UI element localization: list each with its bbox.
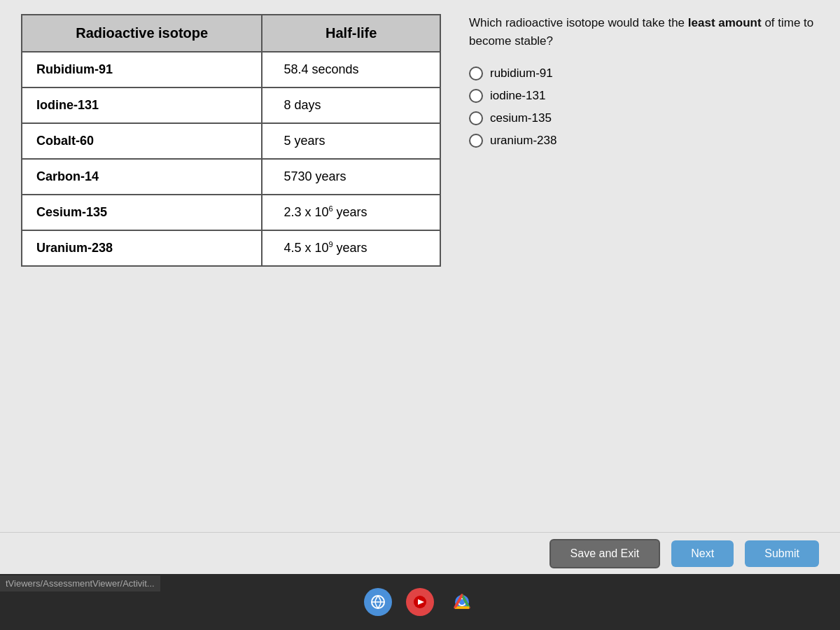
radio-options: rubidium-91 iodine-131 cesium-135 uraniu… xyxy=(469,66,819,148)
half-life-value: 4.5 x 109 years xyxy=(262,230,440,266)
table-row: Iodine-131 8 days xyxy=(22,88,440,123)
half-life-value: 58.4 seconds xyxy=(262,52,440,88)
question-text: Which radioactive isotope would take the… xyxy=(469,14,819,50)
taskbar-icon-chrome[interactable] xyxy=(448,588,476,616)
table-section: Radioactive isotope Half-life Rubidium-9… xyxy=(21,14,455,560)
option-label-rubidium: rubidium-91 xyxy=(490,66,553,80)
radio-circle-iodine xyxy=(469,89,483,103)
bottom-bar: Save and Exit Next Submit xyxy=(0,532,840,574)
radio-option-cesium[interactable]: cesium-135 xyxy=(469,111,819,125)
option-label-iodine: iodine-131 xyxy=(490,89,545,103)
radio-circle-cesium xyxy=(469,111,483,125)
half-life-value: 5 years xyxy=(262,123,440,159)
next-button[interactable]: Next xyxy=(671,540,734,567)
col2-header: Half-life xyxy=(262,15,440,52)
main-content: Radioactive isotope Half-life Rubidium-9… xyxy=(0,0,840,574)
radio-option-iodine[interactable]: iodine-131 xyxy=(469,89,819,103)
submit-button[interactable]: Submit xyxy=(745,540,819,567)
table-row: Cesium-135 2.3 x 106 years xyxy=(22,195,440,230)
address-bar: tViewers/AssessmentViewer/Activit... xyxy=(0,575,160,592)
taskbar-icon-youtube[interactable] xyxy=(406,588,434,616)
option-label-cesium: cesium-135 xyxy=(490,111,552,125)
question-section: Which radioactive isotope would take the… xyxy=(455,14,819,560)
isotope-table: Radioactive isotope Half-life Rubidium-9… xyxy=(21,14,441,267)
radio-circle-rubidium xyxy=(469,66,483,80)
save-exit-button[interactable]: Save and Exit xyxy=(550,539,661,568)
radio-option-uranium[interactable]: uranium-238 xyxy=(469,134,819,148)
isotope-name: Carbon-14 xyxy=(22,159,262,195)
option-label-uranium: uranium-238 xyxy=(490,134,556,148)
table-row: Uranium-238 4.5 x 109 years xyxy=(22,230,440,266)
half-life-value: 2.3 x 106 years xyxy=(262,195,440,230)
table-row: Rubidium-91 58.4 seconds xyxy=(22,52,440,88)
radio-option-rubidium[interactable]: rubidium-91 xyxy=(469,66,819,80)
isotope-name: Rubidium-91 xyxy=(22,52,262,88)
isotope-name: Cobalt-60 xyxy=(22,123,262,159)
table-row: Carbon-14 5730 years xyxy=(22,159,440,195)
half-life-value: 8 days xyxy=(262,88,440,123)
radio-circle-uranium xyxy=(469,134,483,148)
isotope-name: Cesium-135 xyxy=(22,195,262,230)
isotope-name: Iodine-131 xyxy=(22,88,262,123)
isotope-name: Uranium-238 xyxy=(22,230,262,266)
col1-header: Radioactive isotope xyxy=(22,15,262,52)
taskbar-icon-browser[interactable] xyxy=(364,588,392,616)
table-row: Cobalt-60 5 years xyxy=(22,123,440,159)
half-life-value: 5730 years xyxy=(262,159,440,195)
